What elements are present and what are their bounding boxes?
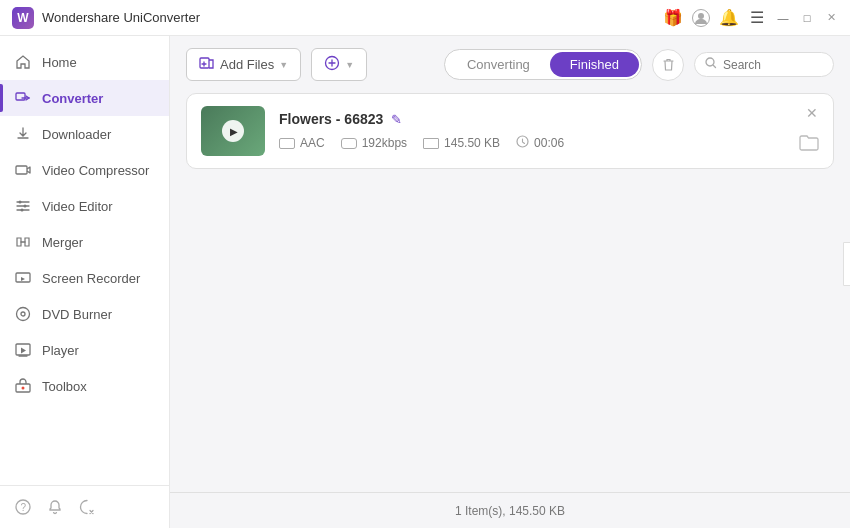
sidebar-item-merger[interactable]: Merger [0, 224, 169, 260]
add-files-label: Add Files [220, 57, 274, 72]
home-icon [14, 53, 32, 71]
trash-button[interactable] [652, 49, 684, 81]
file-size-value: 145.50 KB [444, 136, 500, 150]
notification-icon[interactable]: 🔔 [720, 9, 738, 27]
help-icon[interactable]: ? [14, 498, 32, 516]
user-icon[interactable] [692, 9, 710, 27]
downloader-icon [14, 125, 32, 143]
sidebar-item-screen-recorder[interactable]: Screen Recorder [0, 260, 169, 296]
content-area: Add Files ▼ ▼ Converti [170, 36, 850, 528]
file-close-button[interactable]: ✕ [803, 104, 821, 122]
sidebar-nav: Home Converter Downloader [0, 36, 169, 485]
svg-rect-4 [16, 166, 27, 174]
main-layout: Home Converter Downloader [0, 36, 850, 528]
file-card: ▶ Flowers - 66823 ✎ AAC [186, 93, 834, 169]
gift-icon[interactable]: 🎁 [664, 9, 682, 27]
sidebar-item-toolbox[interactable]: Toolbox [0, 368, 169, 404]
converter-icon [14, 89, 32, 107]
tab-converting[interactable]: Converting [447, 52, 550, 77]
toolbar-left: Add Files ▼ ▼ [186, 48, 367, 81]
menu-icon[interactable]: ☰ [748, 9, 766, 27]
files-area: ▶ Flowers - 66823 ✎ AAC [170, 93, 850, 492]
file-folder-button[interactable] [799, 134, 819, 156]
sidebar-item-player[interactable]: Player [0, 332, 169, 368]
edit-icon[interactable]: ✎ [391, 112, 402, 127]
svg-text:?: ? [21, 502, 27, 513]
video-compressor-icon [14, 161, 32, 179]
file-name-row: Flowers - 66823 ✎ [279, 111, 819, 127]
file-size: 145.50 KB [423, 136, 500, 150]
sidebar-item-dvd-burner-label: DVD Burner [42, 307, 112, 322]
toolbox-icon [14, 377, 32, 395]
play-button[interactable]: ▶ [222, 120, 244, 142]
sidebar-item-video-editor[interactable]: Video Editor [0, 188, 169, 224]
add-files-dropdown-icon: ▼ [279, 60, 288, 70]
svg-rect-2 [16, 93, 25, 100]
svg-point-5 [19, 201, 22, 204]
sidebar-item-video-editor-label: Video Editor [42, 199, 113, 214]
toolbar-right: Converting Finished [444, 49, 834, 81]
sidebar-item-home-label: Home [42, 55, 77, 70]
merger-icon [14, 233, 32, 251]
sidebar-item-downloader[interactable]: Downloader [0, 116, 169, 152]
close-button[interactable]: ✕ [824, 11, 838, 25]
bell-icon[interactable] [46, 498, 64, 516]
add-label: ▼ [345, 60, 354, 70]
add-icon [324, 55, 340, 74]
svg-point-1 [698, 13, 704, 19]
bitrate-icon [341, 138, 357, 149]
format-icon [279, 138, 295, 149]
tab-finished[interactable]: Finished [550, 52, 639, 77]
sidebar-item-video-compressor[interactable]: Video Compressor [0, 152, 169, 188]
file-duration: 00:06 [516, 135, 564, 151]
file-meta: AAC 192kbps 145.50 KB [279, 135, 819, 151]
sidebar: Home Converter Downloader [0, 36, 170, 528]
toolbar: Add Files ▼ ▼ Converti [170, 36, 850, 93]
app-title: Wondershare UniConverter [42, 10, 200, 25]
file-duration-value: 00:06 [534, 136, 564, 150]
file-format: AAC [279, 136, 325, 150]
svg-point-19 [706, 58, 714, 66]
sidebar-item-toolbox-label: Toolbox [42, 379, 87, 394]
sidebar-item-video-compressor-label: Video Compressor [42, 163, 149, 178]
clock-icon [516, 135, 529, 151]
file-name: Flowers - 66823 [279, 111, 383, 127]
add-button[interactable]: ▼ [311, 48, 367, 81]
screen-recorder-icon [14, 269, 32, 287]
svg-point-7 [21, 209, 24, 212]
sidebar-item-merger-label: Merger [42, 235, 83, 250]
sidebar-item-home[interactable]: Home [0, 44, 169, 80]
size-icon [423, 138, 439, 149]
svg-point-14 [22, 387, 25, 390]
tab-group: Converting Finished [444, 49, 642, 80]
search-icon [705, 57, 717, 72]
sidebar-item-player-label: Player [42, 343, 79, 358]
file-bitrate: 192kbps [341, 136, 407, 150]
titlebar: W Wondershare UniConverter 🎁 🔔 ☰ — □ ✕ [0, 0, 850, 36]
svg-point-6 [24, 205, 27, 208]
file-bitrate-value: 192kbps [362, 136, 407, 150]
titlebar-controls: 🎁 🔔 ☰ — □ ✕ [664, 9, 838, 27]
svg-point-10 [21, 312, 25, 316]
file-thumbnail: ▶ [201, 106, 265, 156]
status-bar: 1 Item(s), 145.50 KB [170, 492, 850, 528]
sidebar-item-converter[interactable]: Converter [0, 80, 169, 116]
video-editor-icon [14, 197, 32, 215]
search-box [694, 52, 834, 77]
svg-point-9 [17, 308, 30, 321]
sidebar-bottom: ? [0, 485, 169, 528]
feedback-icon[interactable] [78, 498, 96, 516]
minimize-button[interactable]: — [776, 11, 790, 25]
sidebar-item-screen-recorder-label: Screen Recorder [42, 271, 140, 286]
add-files-button[interactable]: Add Files ▼ [186, 48, 301, 81]
maximize-button[interactable]: □ [800, 11, 814, 25]
file-format-value: AAC [300, 136, 325, 150]
app-logo: W [12, 7, 34, 29]
sidebar-item-dvd-burner[interactable]: DVD Burner [0, 296, 169, 332]
sidebar-item-downloader-label: Downloader [42, 127, 111, 142]
search-input[interactable] [723, 58, 823, 72]
svg-rect-8 [16, 273, 30, 282]
sidebar-collapse-button[interactable]: ‹ [843, 242, 850, 286]
titlebar-left: W Wondershare UniConverter [12, 7, 200, 29]
player-icon [14, 341, 32, 359]
